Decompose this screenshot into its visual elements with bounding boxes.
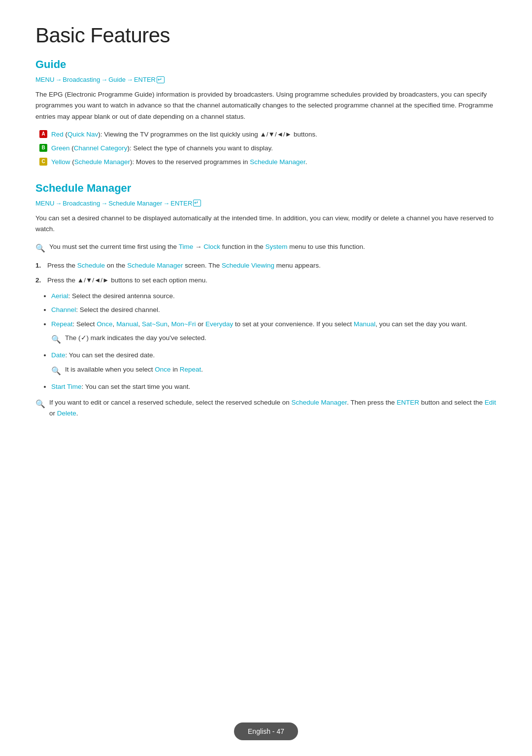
broadcasting-link-2[interactable]: Broadcasting	[63, 200, 100, 207]
enter-link-final[interactable]: ENTER	[397, 399, 419, 406]
arrow-sep-6: →	[163, 200, 169, 207]
sub-bullet-list-3: Start Time: You can set the start time y…	[35, 381, 497, 392]
channel-link[interactable]: Channel	[51, 306, 76, 313]
clock-link[interactable]: Clock	[203, 243, 220, 250]
schedule-intro-text: You can set a desired channel to be disp…	[35, 213, 497, 235]
schedule-note-1: 🔍 You must set the current time first us…	[35, 241, 497, 255]
sub-bullet-repeat: Repeat: Select Once, Manual, Sat~Sun, Mo…	[51, 319, 497, 330]
bullet-green-text: Green (Channel Category): Select the typ…	[51, 143, 273, 154]
schedule-manager-link-final[interactable]: Schedule Manager	[292, 399, 347, 406]
sub-bullet-channel: Channel: Select the desired channel.	[51, 305, 497, 315]
note-1-text: You must set the current time first usin…	[49, 241, 365, 252]
channel-category-link[interactable]: Channel Category	[74, 144, 128, 152]
bullet-yellow-text: Yellow (Schedule Manager): Moves to the …	[51, 157, 307, 168]
enter-icon-2	[193, 200, 201, 206]
sub-note-repeat: 🔍 The (✓) mark indicates the day you've …	[51, 333, 497, 346]
schedule-section-title: Schedule Manager	[35, 182, 497, 195]
step-1-num: 1.	[35, 260, 44, 271]
schedule-section: Schedule Manager MENU → Broadcasting → S…	[35, 182, 497, 419]
note-icon-repeat: 🔍	[51, 333, 61, 346]
step-2: 2. Press the ▲/▼/◄/► buttons to set each…	[35, 275, 497, 286]
page-title: Basic Features	[35, 24, 497, 47]
sub-note-date-text: It is available when you select Once in …	[65, 364, 203, 375]
numbered-list: 1. Press the Schedule on the Schedule Ma…	[35, 260, 497, 286]
sub-bullet-list-2: Date: You can set the desired date.	[35, 350, 497, 361]
sub-bullet-list: Aerial: Select the desired antenna sourc…	[35, 291, 497, 330]
final-note-text: If you want to edit or cancel a reserved…	[49, 397, 497, 419]
edit-link[interactable]: Edit	[485, 399, 496, 406]
bullet-red-text: Red (Quick Nav): Viewing the TV programm…	[51, 129, 317, 140]
badge-yellow: C	[39, 158, 47, 166]
final-note: 🔍 If you want to edit or cancel a reserv…	[35, 397, 497, 419]
note-icon-final: 🔍	[35, 398, 45, 411]
delete-link[interactable]: Delete	[57, 410, 76, 417]
once-link-2[interactable]: Once	[155, 366, 170, 373]
page-footer: English - 47	[234, 722, 298, 740]
start-time-link[interactable]: Start Time	[51, 383, 82, 390]
schedule-manager-link-1[interactable]: Schedule Manager	[74, 158, 130, 166]
guide-section: Guide MENU → Broadcasting → Guide → ENTE…	[35, 58, 497, 168]
arrow-sep-4: →	[55, 200, 62, 207]
arrow-sep-5: →	[101, 200, 107, 207]
repeat-link[interactable]: Repeat	[51, 320, 73, 328]
badge-red: A	[39, 130, 47, 138]
step-2-text: Press the ▲/▼/◄/► buttons to set each op…	[47, 275, 207, 286]
manual-link-2[interactable]: Manual	[354, 320, 375, 328]
enter-label-2: ENTER	[170, 200, 192, 207]
sub-bullet-aerial: Aerial: Select the desired antenna sourc…	[51, 291, 497, 302]
mon-fri-link[interactable]: Mon~Fri	[171, 320, 196, 328]
menu-label-2: MENU	[35, 200, 54, 207]
manual-link[interactable]: Manual	[116, 320, 138, 328]
system-link[interactable]: System	[265, 243, 287, 250]
schedule-link-step1[interactable]: Schedule	[77, 262, 105, 269]
sat-sun-link[interactable]: Sat~Sun	[142, 320, 167, 328]
repeat-link-2[interactable]: Repeat	[180, 366, 201, 373]
step-1-text: Press the Schedule on the Schedule Manag…	[47, 260, 321, 271]
schedule-viewing-link[interactable]: Schedule Viewing	[222, 262, 274, 269]
badge-green: B	[39, 144, 47, 152]
sub-bullet-start-time: Start Time: You can set the start time y…	[51, 381, 497, 392]
guide-menu-path: MENU → Broadcasting → Guide → ENTER	[35, 76, 497, 83]
bullet-item-yellow: C Yellow (Schedule Manager): Moves to th…	[39, 157, 497, 168]
bullet-item-red: A Red (Quick Nav): Viewing the TV progra…	[39, 129, 497, 140]
menu-label: MENU	[35, 76, 54, 83]
schedule-manager-menu-link[interactable]: Schedule Manager	[108, 200, 162, 207]
guide-intro-text: The EPG (Electronic Programme Guide) inf…	[35, 89, 497, 122]
enter-icon-1	[157, 76, 165, 83]
bullet-red-label[interactable]: Red	[51, 131, 64, 138]
date-link[interactable]: Date	[51, 351, 66, 359]
schedule-menu-path: MENU → Broadcasting → Schedule Manager →…	[35, 200, 497, 207]
aerial-link[interactable]: Aerial	[51, 292, 68, 300]
page-container: Basic Features Guide MENU → Broadcasting…	[0, 0, 532, 464]
step-1: 1. Press the Schedule on the Schedule Ma…	[35, 260, 497, 271]
time-link[interactable]: Time	[179, 243, 194, 250]
bullet-yellow-label[interactable]: Yellow	[51, 158, 70, 166]
sub-bullet-date: Date: You can set the desired date.	[51, 350, 497, 361]
arrow-sep-2: →	[101, 76, 107, 83]
note-icon-1: 🔍	[35, 242, 45, 255]
once-link[interactable]: Once	[97, 320, 112, 328]
schedule-manager-link-step1[interactable]: Schedule Manager	[127, 262, 183, 269]
enter-label: ENTER	[134, 76, 156, 83]
guide-bullet-list: A Red (Quick Nav): Viewing the TV progra…	[35, 129, 497, 168]
bullet-item-green: B Green (Channel Category): Select the t…	[39, 143, 497, 154]
guide-section-title: Guide	[35, 58, 497, 71]
arrow-sep-3: →	[127, 76, 133, 83]
step-2-num: 2.	[35, 275, 44, 286]
quick-nav-link[interactable]: Quick Nav	[67, 131, 98, 138]
schedule-manager-link-2[interactable]: Schedule Manager	[250, 158, 305, 166]
bullet-green-label[interactable]: Green	[51, 144, 70, 152]
sub-note-date: 🔍 It is available when you select Once i…	[51, 364, 497, 378]
broadcasting-link-1[interactable]: Broadcasting	[63, 76, 100, 83]
everyday-link[interactable]: Everyday	[205, 320, 233, 328]
arrow-sep-1: →	[55, 76, 62, 83]
guide-link[interactable]: Guide	[108, 76, 126, 83]
note-icon-date: 🔍	[51, 365, 61, 378]
sub-note-repeat-text: The (✓) mark indicates the day you've se…	[65, 333, 206, 344]
